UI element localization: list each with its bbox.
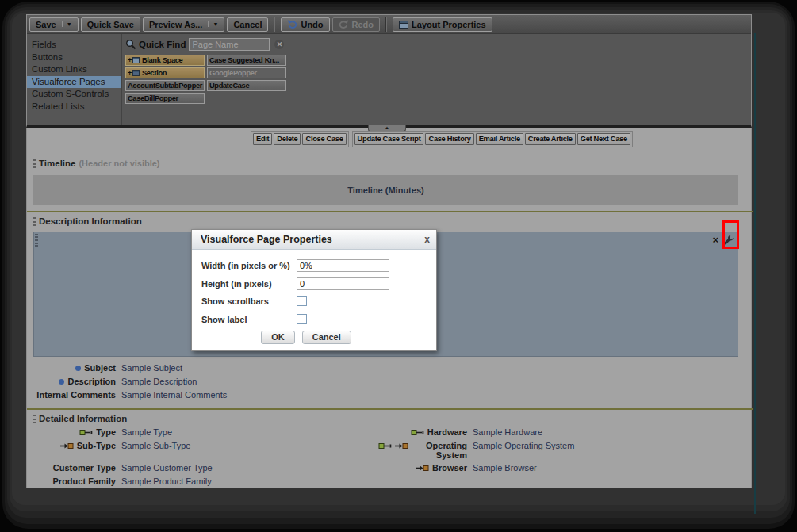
dialog-field-label: Show scrollbars — [201, 297, 297, 306]
layout-properties-button[interactable]: Layout Properties — [393, 17, 492, 32]
palette-item-updatecase[interactable]: UpdateCase — [207, 80, 286, 91]
palette-category-visualforce-pages[interactable]: Visualforce Pages — [27, 76, 121, 89]
field-row-operating-system[interactable]: Operating SystemSample Operating System — [328, 441, 574, 463]
drag-handle-icon[interactable] — [33, 217, 36, 226]
dropdown-caret-icon: ▼ — [62, 21, 72, 27]
section-title: Detailed Information — [39, 414, 127, 423]
show-scrollbars-checkbox[interactable] — [297, 296, 307, 306]
button-group: Update Case ScriptCase HistoryEmail Arti… — [352, 131, 633, 147]
drag-handle-icon[interactable] — [35, 234, 38, 247]
field-label: Description — [67, 377, 116, 386]
quick-save-button[interactable]: Quick Save — [81, 17, 140, 32]
cancel-button[interactable]: Cancel — [302, 331, 351, 344]
controlling-field-icon — [411, 429, 424, 436]
field-row-description[interactable]: DescriptionSample Description — [33, 377, 227, 390]
blank-space-icon — [132, 57, 140, 63]
palette-category-custom-s-controls[interactable]: Custom S-Controls — [27, 88, 121, 101]
palette-item-casebillpopper[interactable]: CaseBillPopper — [125, 93, 205, 104]
section-divider — [27, 211, 753, 212]
edit-button[interactable]: Edit — [253, 133, 272, 145]
email-article-button[interactable]: Email Article — [476, 133, 523, 145]
dropdown-caret-icon: ▼ — [208, 21, 218, 27]
button-group: EditDeleteClose Case — [251, 131, 349, 147]
field-row-product-family[interactable]: Product FamilySample Product Family — [33, 477, 213, 490]
controlling-field-icon — [378, 442, 392, 450]
field-sample-value: Sample Sub-Type — [121, 441, 190, 451]
required-field-icon — [75, 366, 81, 371]
update-case-script-button[interactable]: Update Case Script — [354, 133, 424, 145]
show-label-checkbox[interactable] — [297, 314, 307, 324]
quick-find-input[interactable] — [189, 38, 270, 51]
dialog-header: Visualforce Page Properties x — [192, 230, 436, 250]
dependent-field-icon — [416, 465, 429, 472]
dialog-field-show-label: Show label — [201, 314, 428, 324]
undo-icon — [287, 20, 297, 29]
field-sample-value: Sample Subject — [121, 363, 182, 373]
toolbar: Save▼Quick SavePreview As...▼CancelUndoR… — [27, 15, 751, 34]
field-row-type[interactable]: TypeSample Type — [33, 427, 213, 441]
section-title: Description Information — [39, 216, 142, 226]
field-row-internal-comments[interactable]: Internal CommentsSample Internal Comment… — [33, 390, 227, 404]
dialog-field-label: Show label — [201, 315, 297, 324]
clear-search-icon[interactable]: ✕ — [274, 40, 284, 49]
field-row-sub-type[interactable]: Sub-TypeSample Sub-Type — [33, 441, 213, 454]
field-row-customer-type[interactable]: Customer TypeSample Customer Type — [33, 463, 213, 477]
palette-category-custom-links[interactable]: Custom Links — [27, 63, 121, 76]
dialog-field-show-scrollbars: Show scrollbars — [201, 296, 428, 306]
dialog-buttons: OK Cancel — [192, 331, 420, 344]
field-row-subject[interactable]: SubjectSample Subject — [33, 363, 227, 377]
field-sample-value: Sample Description — [121, 377, 197, 387]
palette-category-related-lists[interactable]: Related Lists — [27, 101, 121, 113]
save-button[interactable]: Save▼ — [29, 17, 79, 32]
section-header-detailed: Detailed Information — [33, 414, 127, 423]
case-history-button[interactable]: Case History — [425, 133, 473, 145]
description-fields: SubjectSample SubjectDescriptionSample D… — [33, 363, 227, 404]
vf-properties-dialog: Visualforce Page Properties x Show label… — [191, 229, 437, 351]
dialog-field-width-in-pixels-or: Width (in pixels or %) — [201, 259, 428, 272]
dialog-field-label: Height (in pixels) — [201, 279, 297, 289]
field-sample-value: Sample Customer Type — [121, 463, 213, 473]
search-icon — [125, 39, 136, 50]
field-label: Sub-Type — [77, 441, 116, 450]
annotation-highlight — [722, 220, 739, 249]
get-next-case-button[interactable]: Get Next Case — [577, 133, 630, 145]
field-label: Type — [96, 427, 116, 437]
dependent-field-icon — [395, 442, 408, 450]
remove-element-icon[interactable]: × — [712, 235, 718, 245]
palette-item-case-suggested-kn[interactable]: Case Suggested Kn... — [207, 55, 286, 66]
palette-item-blank-space[interactable]: +Blank Space — [125, 55, 205, 66]
cancel-button[interactable]: Cancel — [227, 17, 268, 32]
section-header-timeline: Timeline (Header not visible) — [33, 159, 160, 168]
close-case-button[interactable]: Close Case — [302, 133, 346, 145]
palette-category-buttons[interactable]: Buttons — [27, 52, 121, 64]
field-row-hardware[interactable]: HardwareSample Hardware — [328, 427, 574, 441]
field-sample-value: Sample Product Family — [121, 477, 212, 487]
field-sample-value: Sample Operating System — [473, 441, 574, 451]
controlling-field-icon — [79, 429, 93, 436]
action-buttons: EditDeleteClose CaseUpdate Case ScriptCa… — [251, 131, 633, 147]
detailed-fields-right: HardwareSample HardwareOperating SystemS… — [328, 427, 574, 477]
toolbar-separator — [274, 17, 275, 32]
field-sample-value: Sample Internal Comments — [121, 390, 227, 400]
ok-button[interactable]: OK — [261, 331, 295, 344]
undo-button[interactable]: Undo — [281, 17, 329, 32]
height-in-pixels-input[interactable] — [297, 277, 389, 290]
palette-panel: Save▼Quick SavePreview As...▼CancelUndoR… — [26, 14, 752, 128]
drag-handle-icon[interactable] — [33, 415, 36, 423]
width-in-pixels-or-input[interactable] — [297, 259, 389, 272]
drag-handle-icon[interactable] — [33, 159, 36, 168]
quick-find-label: Quick Find — [139, 40, 186, 49]
dialog-close-icon[interactable]: x — [424, 234, 430, 245]
field-label: Customer Type — [53, 463, 116, 473]
palette-item-section[interactable]: +Section — [125, 67, 205, 78]
layout-editor-window: Save▼Quick SavePreview As...▼CancelUndoR… — [26, 14, 752, 488]
create-article-button[interactable]: Create Article — [525, 133, 576, 145]
palette-item-accountsubtabpopper[interactable]: AccountSubtabPopper — [125, 80, 205, 91]
delete-button[interactable]: Delete — [274, 133, 301, 145]
timeline-element[interactable]: Timeline (Minutes) — [33, 175, 738, 205]
field-sample-value: Sample Browser — [473, 463, 537, 473]
palette-category-fields[interactable]: Fields — [27, 39, 121, 52]
field-row-browser[interactable]: BrowserSample Browser — [328, 463, 574, 477]
preview-as-button[interactable]: Preview As...▼ — [143, 17, 224, 32]
field-sample-value: Sample Hardware — [473, 427, 542, 438]
